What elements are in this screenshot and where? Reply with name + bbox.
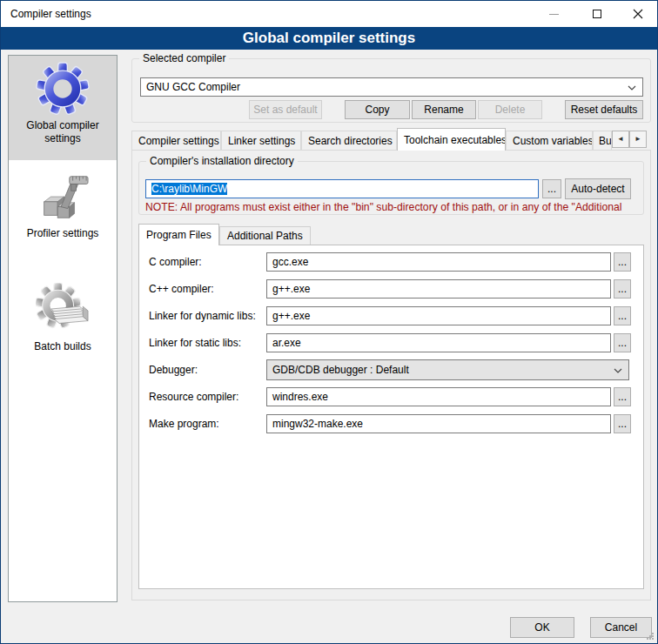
tab-custom-variables[interactable]: Custom variables bbox=[506, 131, 593, 151]
minimize-icon bbox=[549, 14, 559, 15]
cpp-compiler-browse-button[interactable]: ... bbox=[614, 279, 631, 299]
resize-grip[interactable] bbox=[646, 632, 655, 641]
linker-static-input[interactable]: ar.exe bbox=[266, 333, 611, 352]
compiler-settings-dialog: Compiler settings Global compiler settin… bbox=[0, 0, 658, 644]
rename-button[interactable]: Rename bbox=[412, 100, 476, 119]
subtab-program-files[interactable]: Program Files bbox=[138, 224, 219, 245]
installation-directory-value: C:\raylib\MinGW bbox=[151, 183, 227, 195]
maximize-icon bbox=[593, 10, 601, 18]
cpp-compiler-label: C++ compiler: bbox=[149, 279, 214, 299]
make-program-label: Make program: bbox=[149, 414, 219, 433]
c-compiler-browse-button[interactable]: ... bbox=[614, 252, 631, 272]
resource-compiler-browse-button[interactable]: ... bbox=[614, 387, 631, 406]
linker-static-label: Linker for static libs: bbox=[149, 333, 241, 352]
debugger-select-value: GDB/CDB debugger : Default bbox=[272, 364, 409, 376]
settings-category-list: Global compiler settings Profiler settin… bbox=[8, 55, 118, 602]
cancel-button[interactable]: Cancel bbox=[590, 617, 652, 638]
installation-directory-input[interactable]: C:\raylib\MinGW bbox=[145, 179, 539, 198]
c-compiler-label: C compiler: bbox=[149, 252, 202, 272]
sidebar-item-label: Batch builds bbox=[15, 340, 111, 353]
close-icon bbox=[633, 9, 643, 19]
compiler-select[interactable]: GNU GCC Compiler bbox=[140, 77, 643, 97]
reset-defaults-button[interactable]: Reset defaults bbox=[565, 100, 643, 119]
sidebar-item-label: Profiler settings bbox=[15, 227, 111, 240]
blue-gear-icon bbox=[36, 62, 90, 116]
resource-compiler-label: Resource compiler: bbox=[149, 387, 238, 406]
sidebar-item-label: Global compiler settings bbox=[15, 119, 111, 145]
c-compiler-input[interactable]: gcc.exe bbox=[266, 252, 611, 272]
tab-build-options[interactable]: Build options bbox=[593, 131, 612, 151]
maximize-button[interactable] bbox=[580, 1, 614, 27]
copy-button[interactable]: Copy bbox=[345, 100, 410, 119]
tab-scroll-right-button[interactable]: ► bbox=[629, 131, 647, 148]
chevron-down-icon bbox=[614, 368, 622, 373]
installation-directory-group-label: Compiler's installation directory bbox=[146, 155, 298, 167]
set-as-default-button[interactable]: Set as default bbox=[249, 100, 322, 119]
tab-compiler-settings[interactable]: Compiler settings bbox=[131, 131, 221, 151]
compiler-select-value: GNU GCC Compiler bbox=[146, 81, 240, 93]
tab-linker-settings[interactable]: Linker settings bbox=[221, 131, 301, 151]
ok-button[interactable]: OK bbox=[510, 617, 574, 638]
tab-search-directories[interactable]: Search directories bbox=[301, 131, 397, 151]
window-title: Compiler settings bbox=[10, 1, 91, 27]
cpp-compiler-input[interactable]: g++.exe bbox=[266, 279, 611, 299]
minimize-button[interactable] bbox=[536, 1, 571, 27]
auto-detect-button[interactable]: Auto-detect bbox=[565, 178, 631, 199]
title-bar: Compiler settings bbox=[1, 1, 657, 27]
sidebar-item-global-compiler-settings[interactable]: Global compiler settings bbox=[9, 56, 117, 160]
grey-gear-stack-icon bbox=[36, 283, 90, 337]
resource-compiler-input[interactable]: windres.exe bbox=[266, 387, 611, 406]
make-program-input[interactable]: mingw32-make.exe bbox=[266, 414, 611, 433]
tab-scroll-left-button[interactable]: ◄ bbox=[612, 131, 629, 148]
sidebar-item-batch-builds[interactable]: Batch builds bbox=[9, 277, 117, 379]
subtab-additional-paths[interactable]: Additional Paths bbox=[219, 226, 311, 245]
tab-toolchain-executables[interactable]: Toolchain executables bbox=[397, 128, 506, 151]
dialog-banner-title: Global compiler settings bbox=[1, 27, 657, 50]
linker-dynamic-input[interactable]: g++.exe bbox=[266, 306, 611, 325]
linker-dynamic-label: Linker for dynamic libs: bbox=[149, 306, 256, 325]
selected-compiler-group-label: Selected compiler bbox=[139, 52, 229, 64]
debugger-select[interactable]: GDB/CDB debugger : Default bbox=[266, 359, 629, 380]
bin-subdirectory-note: NOTE: All programs must exist either in … bbox=[145, 201, 645, 213]
arrow-right-icon: ► bbox=[634, 135, 641, 143]
arrow-left-icon: ◄ bbox=[617, 135, 624, 143]
close-button[interactable] bbox=[621, 1, 655, 27]
linker-dynamic-browse-button[interactable]: ... bbox=[614, 306, 631, 325]
make-program-browse-button[interactable]: ... bbox=[614, 414, 631, 433]
chevron-down-icon bbox=[628, 85, 636, 91]
debugger-label: Debugger: bbox=[149, 360, 198, 379]
delete-button[interactable]: Delete bbox=[478, 100, 542, 119]
installation-directory-browse-button[interactable]: ... bbox=[542, 179, 561, 198]
caliper-icon bbox=[36, 170, 90, 224]
linker-static-browse-button[interactable]: ... bbox=[614, 333, 631, 352]
sidebar-item-profiler-settings[interactable]: Profiler settings bbox=[9, 164, 117, 273]
